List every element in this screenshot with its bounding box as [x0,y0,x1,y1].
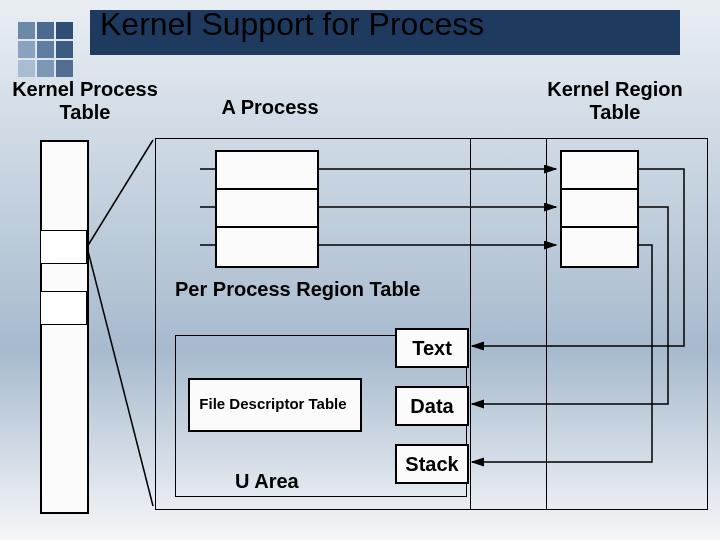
svg-line-0 [87,140,153,247]
segment-stack: Stack [395,444,469,484]
label-fdt: File Descriptor Table [195,395,351,412]
deco-sq [56,41,73,58]
deco-sq [37,41,54,58]
deco-sq [18,60,35,77]
deco-sq [56,22,73,39]
page-title: Kernel Support for Process [100,6,660,43]
pprt-cell [215,188,319,230]
label-kernel-process-table: Kernel Process Table [0,78,170,124]
kpt-entry [40,230,87,264]
slide: Kernel Support for Process Kernel Proces… [0,0,720,540]
pprt-cell [215,226,319,268]
label-pprt: Per Process Region Table [175,278,420,301]
label-a-process: A Process [200,96,340,119]
label-kernel-region-table: Kernel Region Table [530,78,700,124]
deco-sq [18,41,35,58]
kpt-entry [40,291,87,325]
label-uarea: U Area [235,470,299,493]
deco-sq [37,22,54,39]
deco-sq [18,22,35,39]
segment-text: Text [395,328,469,368]
deco-sq [56,60,73,77]
kernel-region-table-box [470,138,708,510]
segment-data: Data [395,386,469,426]
pprt-cell [215,150,319,192]
svg-line-1 [87,247,153,506]
kernel-process-table [40,140,89,514]
deco-sq [37,60,54,77]
